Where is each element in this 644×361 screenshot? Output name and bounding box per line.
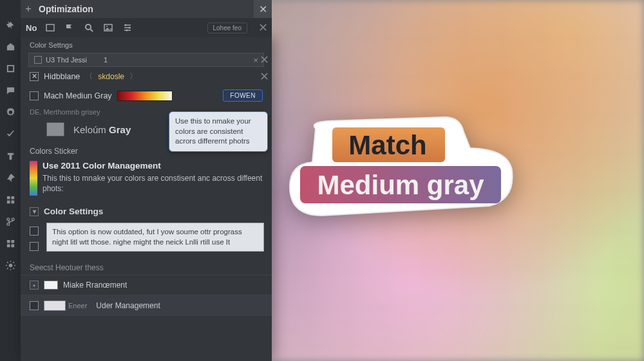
- kelou-gray-label: Keloúm Gray: [73, 124, 131, 135]
- outdated-note: This option is now outdated, fut I yow s…: [46, 223, 264, 252]
- toolbar: No Lohee feo ✕: [21, 18, 272, 37]
- svg-point-4: [106, 26, 108, 27]
- panel-header: Color Settngs: [21, 37, 272, 53]
- option-label-mmg: Mach Mediun Gray: [44, 91, 112, 100]
- enter-label: Eneer: [68, 302, 87, 310]
- tooltip: Use this to nmake your colors are consis…: [169, 111, 268, 152]
- cm-body: This this to mnake your colors are const…: [43, 173, 263, 194]
- app-logo-text: No: [26, 23, 37, 33]
- rainbow-strip: [30, 161, 37, 196]
- image-icon[interactable]: [102, 22, 114, 33]
- cs-checkbox-1[interactable]: [30, 227, 39, 236]
- subtab-label: U3 Thd Jessi: [46, 56, 87, 64]
- cs-head-label: Color Settings: [44, 207, 103, 216]
- cm-title: Use 2011 Color Management: [43, 161, 263, 171]
- new-tab-button[interactable]: +: [21, 3, 36, 15]
- search-icon[interactable]: [83, 22, 95, 33]
- svg-point-7: [126, 30, 128, 32]
- tab-close-button[interactable]: ✕: [254, 0, 272, 18]
- frame-icon[interactable]: [5, 63, 15, 73]
- panel-sub-tab[interactable]: U3 Thd Jessi 1 ×: [28, 53, 264, 67]
- option-label: Hidbblane: [44, 72, 80, 81]
- branch-icon[interactable]: [5, 216, 15, 227]
- grid-icon[interactable]: [5, 194, 15, 205]
- sticker-line1: Match: [348, 130, 426, 160]
- enter-field[interactable]: [44, 301, 66, 311]
- flag-icon[interactable]: [64, 22, 75, 33]
- subtab-icon: [34, 56, 42, 64]
- tab-title[interactable]: Optimization: [36, 4, 254, 14]
- home-icon[interactable]: [5, 41, 15, 51]
- chevron-down-icon: ▾: [30, 207, 39, 216]
- left-icon-rail: [0, 0, 21, 361]
- option-row-hidblane: Hidbblane 〈 skdosle 〉: [21, 67, 272, 86]
- panel-icon[interactable]: [44, 22, 56, 33]
- white-swatch[interactable]: [44, 281, 58, 290]
- sun-icon[interactable]: [5, 260, 15, 270]
- svg-point-6: [129, 27, 131, 29]
- settings-panel: Color Settngs U3 Thd Jessi 1 × ✕ ✕ Hidbb…: [21, 37, 272, 361]
- make-management-label: Miake Rranœment: [63, 281, 127, 290]
- panel-close-2[interactable]: ✕: [260, 69, 269, 84]
- fowen-button[interactable]: FOWEN: [223, 89, 263, 102]
- cs-checkbox-2[interactable]: [30, 242, 39, 251]
- checkbox-mmg[interactable]: [30, 91, 39, 100]
- sticker-line2: Medium gray: [317, 170, 484, 200]
- svg-point-5: [125, 24, 127, 26]
- chat-icon[interactable]: [5, 85, 15, 95]
- gray-swatch[interactable]: [46, 122, 64, 136]
- enter-checkbox[interactable]: [30, 301, 39, 310]
- pin-icon[interactable]: [5, 172, 15, 183]
- panel-close-1[interactable]: ✕: [260, 53, 269, 67]
- match-medium-gray-sticker: Match Medium gray: [277, 109, 522, 232]
- color-management-block: Use 2011 Color Management This this to m…: [21, 158, 272, 200]
- sliders-icon[interactable]: [122, 22, 133, 33]
- toolbar-close-icon[interactable]: ✕: [258, 21, 268, 35]
- bracket-close: 〉: [129, 71, 137, 82]
- option-tag: skdosle: [98, 72, 124, 81]
- option-row-match-medium-gray: Mach Mediun Gray FOWEN: [21, 86, 272, 106]
- spectrum-swatch[interactable]: [117, 91, 173, 101]
- text-icon[interactable]: [5, 151, 15, 161]
- uder-label: Uder Management: [96, 301, 160, 310]
- subtab-close-icon[interactable]: ×: [253, 55, 258, 65]
- grid2-icon[interactable]: [5, 238, 15, 248]
- toolbar-pill[interactable]: Lohee feo: [207, 23, 248, 33]
- check-icon[interactable]: [5, 129, 15, 139]
- svg-point-2: [86, 24, 91, 30]
- svg-rect-1: [46, 24, 54, 31]
- bracket-open: 〈: [85, 71, 93, 82]
- run-icon[interactable]: [5, 19, 15, 30]
- main-tab-bar: + Optimization ✕: [21, 0, 272, 18]
- checkbox-hidblane[interactable]: [30, 72, 39, 81]
- svg-point-0: [8, 263, 12, 267]
- gear-icon[interactable]: [5, 107, 15, 117]
- enter-row: Eneer Uder Management: [21, 295, 272, 316]
- expand-icon[interactable]: ▪: [30, 281, 39, 290]
- section-2-head: Seecst Heotuer thess: [21, 257, 272, 275]
- subtab-count: 1: [104, 56, 108, 64]
- color-settings-section-head[interactable]: ▾ Color Settings: [21, 200, 272, 220]
- make-management-row: ▪ Miake Rranœment: [21, 275, 272, 295]
